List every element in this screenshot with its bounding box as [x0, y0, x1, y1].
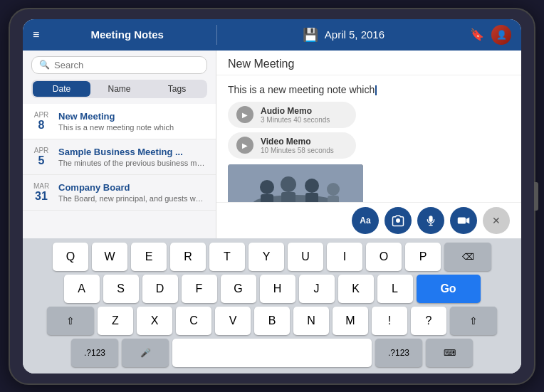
image-placeholder — [228, 164, 363, 202]
save-icon[interactable]: 💾 — [303, 27, 318, 43]
key-g[interactable]: G — [221, 275, 256, 303]
meeting-svg — [228, 164, 363, 202]
header-right: 🔖 👤 — [470, 25, 521, 45]
audio-memo[interactable]: ▶ Audio Memo 3 Minutes 40 seconds — [228, 102, 356, 128]
video-play-button[interactable]: ▶ — [236, 137, 253, 154]
search-input-wrap[interactable]: 🔍 — [31, 56, 207, 74]
note-item-1[interactable]: Apr 5 Sample Business Meeting ... The mi… — [23, 139, 216, 175]
key-go[interactable]: Go — [417, 275, 481, 303]
search-bar: 🔍 — [23, 51, 216, 80]
svg-rect-9 — [328, 196, 339, 202]
note-title-0: New Meeting — [58, 111, 207, 122]
key-c[interactable]: C — [176, 307, 211, 335]
video-button[interactable] — [450, 207, 477, 234]
video-memo[interactable]: ▶ Video Memo 10 Minutes 58 seconds — [228, 132, 356, 159]
key-num[interactable]: .?123 — [71, 339, 118, 367]
kb-row-4: .?123 🎤 .?123 ⌨ — [26, 339, 518, 367]
svg-point-8 — [327, 183, 340, 196]
camera-button[interactable] — [385, 207, 412, 234]
sort-tabs: Date Name Tags — [31, 80, 207, 98]
note-item-0[interactable]: Apr 8 New Meeting This is a new meeting … — [23, 104, 216, 139]
video-memo-name: Video Memo — [261, 137, 347, 147]
note-day-2: 31 — [35, 190, 48, 203]
side-button[interactable] — [534, 182, 538, 211]
key-space[interactable] — [172, 339, 372, 367]
note-day-1: 5 — [38, 154, 45, 167]
hamburger-icon[interactable]: ≡ — [33, 28, 39, 41]
ipad-screen: ≡ Meeting Notes 💾 April 5, 2016 🔖 👤 🔍 — [23, 19, 521, 374]
key-r[interactable]: R — [170, 243, 206, 271]
note-body[interactable]: This is a new meeting note which ▶ Audio… — [216, 75, 521, 202]
key-z[interactable]: Z — [98, 307, 133, 335]
ipad-frame: ≡ Meeting Notes 💾 April 5, 2016 🔖 👤 🔍 — [9, 8, 535, 385]
key-keyboard[interactable]: ⌨ — [426, 339, 473, 367]
key-shift-right[interactable]: ⇧ — [450, 307, 497, 335]
key-h[interactable]: H — [260, 275, 295, 303]
key-m[interactable]: M — [333, 307, 368, 335]
text-format-button[interactable]: Aa — [352, 207, 379, 234]
close-toolbar-button[interactable]: ✕ — [483, 207, 510, 234]
note-content-1: Sample Business Meeting ... The minutes … — [58, 147, 207, 167]
note-title-2: Company Board — [58, 182, 207, 193]
bookmark-icon[interactable]: 🔖 — [470, 28, 484, 41]
note-date-2: Mar 31 — [31, 182, 51, 203]
key-k[interactable]: K — [338, 275, 374, 303]
camera-icon — [392, 214, 404, 227]
key-b[interactable]: B — [254, 307, 290, 335]
svg-rect-3 — [261, 194, 273, 202]
key-num-right[interactable]: .?123 — [375, 339, 422, 367]
key-d[interactable]: D — [142, 275, 178, 303]
kb-row-2: A S D F G H J K L Go — [26, 275, 518, 303]
key-o[interactable]: O — [366, 243, 402, 271]
key-shift-left[interactable]: ⇧ — [47, 307, 94, 335]
note-content-2: Company Board The Board, new principal, … — [58, 182, 207, 203]
key-t[interactable]: T — [209, 243, 245, 271]
sort-tab-date[interactable]: Date — [33, 81, 90, 97]
svg-point-6 — [305, 179, 319, 193]
key-w[interactable]: W — [92, 243, 127, 271]
note-list: Apr 8 New Meeting This is a new meeting … — [23, 104, 216, 238]
svg-rect-7 — [305, 193, 318, 202]
note-header: New Meeting — [216, 51, 521, 75]
note-month-2: Mar — [33, 182, 49, 190]
search-input[interactable] — [54, 60, 199, 70]
key-delete[interactable]: ⌫ — [444, 243, 491, 271]
note-text: This is a new meeting note which — [228, 83, 510, 97]
header-center: 💾 April 5, 2016 — [217, 27, 470, 43]
video-icon — [457, 216, 470, 226]
audio-memo-name: Audio Memo — [261, 106, 347, 116]
key-s[interactable]: S — [103, 275, 139, 303]
key-j[interactable]: J — [299, 275, 335, 303]
note-item-2[interactable]: Mar 31 Company Board The Board, new prin… — [23, 175, 216, 211]
key-i[interactable]: I — [327, 243, 362, 271]
content-area: 🔍 Date Name Tags Apr 8 — [23, 51, 521, 238]
key-mic[interactable]: 🎤 — [122, 339, 169, 367]
key-n[interactable]: N — [293, 307, 329, 335]
microphone-button[interactable] — [417, 207, 444, 234]
key-exclaim[interactable]: ! — [372, 307, 407, 335]
avatar[interactable]: 👤 — [491, 25, 511, 45]
note-preview-2: The Board, new principal, and guests wer… — [58, 194, 207, 203]
key-y[interactable]: Y — [249, 243, 284, 271]
video-memo-info: Video Memo 10 Minutes 58 seconds — [261, 137, 347, 154]
note-date-1: Apr 5 — [31, 147, 51, 167]
key-p[interactable]: P — [405, 243, 441, 271]
key-a[interactable]: A — [64, 275, 100, 303]
header-left: ≡ Meeting Notes — [23, 28, 216, 41]
note-preview-0: This is a new meeting note which — [58, 123, 207, 132]
sort-tab-tags[interactable]: Tags — [148, 81, 206, 97]
key-u[interactable]: U — [288, 243, 323, 271]
key-v[interactable]: V — [215, 307, 251, 335]
key-x[interactable]: X — [137, 307, 172, 335]
audio-memo-info: Audio Memo 3 Minutes 40 seconds — [261, 106, 347, 124]
key-q[interactable]: Q — [53, 243, 88, 271]
audio-play-button[interactable]: ▶ — [236, 106, 253, 123]
key-l[interactable]: L — [377, 275, 413, 303]
note-title-1: Sample Business Meeting ... — [58, 147, 207, 157]
key-f[interactable]: F — [182, 275, 217, 303]
sort-tab-name[interactable]: Name — [90, 81, 148, 97]
kb-row-1: Q W E R T Y U I O P ⌫ — [26, 243, 518, 271]
key-e[interactable]: E — [131, 243, 167, 271]
key-question[interactable]: ? — [411, 307, 446, 335]
microphone-icon — [425, 214, 436, 227]
